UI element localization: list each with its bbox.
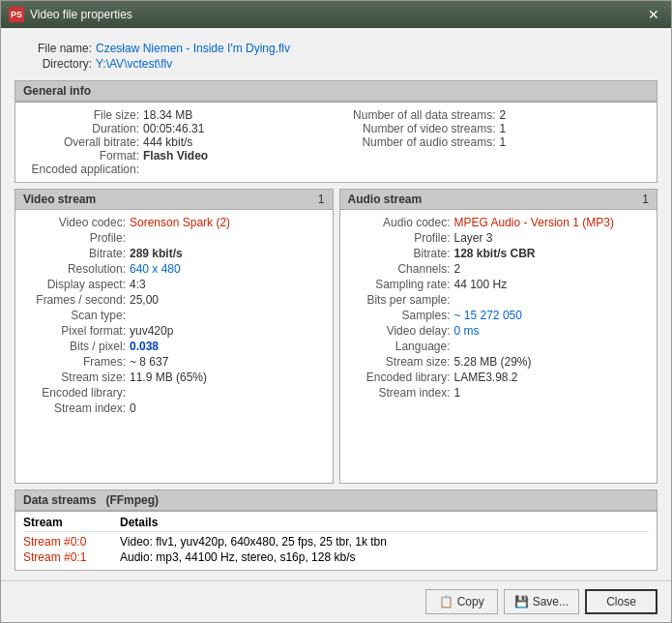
- data-streams-section: Data streams (FFmpeg) Stream Details Str…: [15, 490, 657, 571]
- video-stream-num: 1: [318, 193, 325, 206]
- vs-bpp-value: 0.038: [130, 340, 159, 353]
- gi-duration-value: 00:05:46.31: [143, 122, 204, 135]
- vs-resolution: Resolution: 640 x 480: [19, 262, 329, 276]
- filename-value: Czesław Niemen - Inside I'm Dying.flv: [96, 42, 290, 55]
- save-button[interactable]: 💾 Save...: [504, 589, 579, 614]
- as-profile: Profile: Layer 3: [344, 231, 654, 245]
- save-icon: 💾: [514, 595, 529, 608]
- gi-encoded-app: Encoded application:: [23, 163, 332, 176]
- as-videodelay-label: Video delay:: [344, 324, 451, 338]
- gi-duration-label: Duration:: [23, 122, 139, 135]
- as-enclib-label: Encoded library:: [344, 371, 451, 384]
- app-icon: PS: [9, 7, 24, 22]
- vs-profile-label: Profile:: [19, 231, 126, 245]
- as-bitspersample-label: Bits per sample:: [344, 293, 451, 307]
- audio-stream-title: Audio stream: [348, 193, 423, 206]
- footer: 📋 Copy 💾 Save... Close: [1, 580, 671, 622]
- filename-row: File name: Czesław Niemen - Inside I'm D…: [15, 42, 657, 55]
- gi-format: Format: Flash Video: [23, 149, 332, 163]
- save-label: Save...: [533, 595, 569, 608]
- directory-label: Directory:: [15, 57, 92, 71]
- vs-streamsize: Stream size: 11.9 MB (65%): [19, 371, 329, 384]
- gi-audio-streams-label: Number of audio streams:: [341, 135, 496, 149]
- as-bitrate-label: Bitrate:: [344, 247, 451, 260]
- vs-pixfmt-value: yuv420p: [130, 324, 173, 338]
- close-button[interactable]: Close: [585, 589, 657, 614]
- audio-stream-body: Audio codec: MPEG Audio - Version 1 (MP3…: [339, 209, 658, 484]
- vs-frames-label: Frames:: [19, 355, 126, 369]
- gi-all-streams: Number of all data streams: 2: [341, 108, 650, 122]
- vs-enclib-label: Encoded library:: [19, 386, 126, 400]
- as-profile-value: Layer 3: [454, 231, 493, 245]
- audio-stream-header: Audio stream 1: [339, 189, 658, 209]
- vs-bitrate: Bitrate: 289 kbit/s: [19, 247, 329, 260]
- gi-duration: Duration: 00:05:46.31: [23, 122, 332, 135]
- copy-button[interactable]: 📋 Copy: [425, 589, 498, 614]
- vs-aspect-value: 4:3: [130, 278, 146, 291]
- window-close-button[interactable]: ✕: [644, 5, 663, 24]
- as-samplerate: Sampling rate: 44 100 Hz: [344, 278, 654, 291]
- gi-bitrate-value: 444 kbit/s: [143, 135, 192, 149]
- gi-bitrate-label: Overall bitrate:: [23, 135, 139, 149]
- as-samples-label: Samples:: [344, 309, 451, 322]
- as-codec: Audio codec: MPEG Audio - Version 1 (MP3…: [344, 216, 654, 229]
- vs-fps-value: 25,00: [130, 293, 159, 307]
- general-info-header: General info: [15, 80, 657, 102]
- vs-codec: Video codec: Sorenson Spark (2): [19, 216, 329, 229]
- window-title: Video file properties: [30, 8, 132, 21]
- as-streamsize-value: 5.28 MB (29%): [454, 355, 532, 369]
- vs-profile: Profile:: [19, 231, 329, 245]
- vs-pixfmt: Pixel format: yuv420p: [19, 324, 329, 338]
- as-bitspersample: Bits per sample:: [344, 293, 654, 307]
- vs-enclib: Encoded library:: [19, 386, 329, 400]
- gi-audio-streams: Number of audio streams: 1: [341, 135, 650, 149]
- vs-streamidx-value: 0: [130, 401, 136, 415]
- as-streamsize-label: Stream size:: [344, 355, 451, 369]
- video-stream-panel: Video stream 1 Video codec: Sorenson Spa…: [15, 189, 334, 484]
- copy-label: Copy: [457, 595, 484, 608]
- as-streamidx-value: 1: [454, 386, 461, 400]
- vs-fps-label: Frames / second:: [19, 293, 126, 307]
- ds-row-0: Stream #0:0 Video: flv1, yuv420p, 640x48…: [23, 535, 649, 549]
- gi-all-streams-label: Number of all data streams:: [341, 108, 496, 122]
- general-info-body: File size: 18.34 MB Duration: 00:05:46.3…: [15, 102, 657, 183]
- video-stream-body: Video codec: Sorenson Spark (2) Profile:…: [15, 209, 334, 484]
- vs-codec-label: Video codec:: [19, 216, 126, 229]
- gi-bitrate: Overall bitrate: 444 kbit/s: [23, 135, 332, 149]
- as-streamidx: Stream index: 1: [344, 386, 654, 400]
- gi-filesize-label: File size:: [23, 108, 139, 122]
- ds-header-row: Stream Details: [23, 516, 649, 532]
- vs-scan: Scan type:: [19, 309, 329, 322]
- as-bitrate-value: 128 kbit/s CBR: [454, 247, 536, 260]
- vs-streamidx-label: Stream index:: [19, 401, 126, 415]
- as-samples: Samples: ~ 15 272 050: [344, 309, 654, 322]
- directory-row: Directory: Y:\AV\vctest\flv: [15, 57, 657, 71]
- as-videodelay: Video delay: 0 ms: [344, 324, 654, 338]
- audio-stream-num: 1: [642, 193, 649, 206]
- title-bar-left: PS Video file properties: [9, 7, 132, 22]
- data-streams-subtitle: (FFmpeg): [100, 493, 159, 507]
- vs-resolution-label: Resolution:: [19, 262, 126, 276]
- close-label: Close: [606, 595, 636, 608]
- vs-aspect: Display aspect: 4:3: [19, 278, 329, 291]
- file-info: File name: Czesław Niemen - Inside I'm D…: [15, 38, 657, 74]
- as-bitrate: Bitrate: 128 kbit/s CBR: [344, 247, 654, 260]
- gi-format-value: Flash Video: [143, 149, 208, 163]
- as-enclib: Encoded library: LAME3.98.2: [344, 371, 654, 384]
- gi-video-streams: Number of video streams: 1: [341, 122, 650, 135]
- vs-resolution-value: 640 x 480: [130, 262, 181, 276]
- vs-frames-value: ~ 8 637: [130, 355, 168, 369]
- ds-stream-0-details: Video: flv1, yuv420p, 640x480, 25 fps, 2…: [120, 535, 387, 549]
- vs-pixfmt-label: Pixel format:: [19, 324, 126, 338]
- vs-aspect-label: Display aspect:: [19, 278, 126, 291]
- vs-streamidx: Stream index: 0: [19, 401, 329, 415]
- ds-row-1: Stream #0:1 Audio: mp3, 44100 Hz, stereo…: [23, 550, 649, 564]
- general-info-section: General info File size: 18.34 MB Duratio…: [15, 80, 657, 183]
- vs-bpp: Bits / pixel: 0.038: [19, 340, 329, 353]
- as-profile-label: Profile:: [344, 231, 451, 245]
- as-videodelay-value: 0 ms: [454, 324, 480, 338]
- video-stream-header: Video stream 1: [15, 189, 334, 209]
- streams-row: Video stream 1 Video codec: Sorenson Spa…: [15, 189, 657, 484]
- vs-streamsize-value: 11.9 MB (65%): [130, 371, 207, 384]
- as-streamidx-label: Stream index:: [344, 386, 451, 400]
